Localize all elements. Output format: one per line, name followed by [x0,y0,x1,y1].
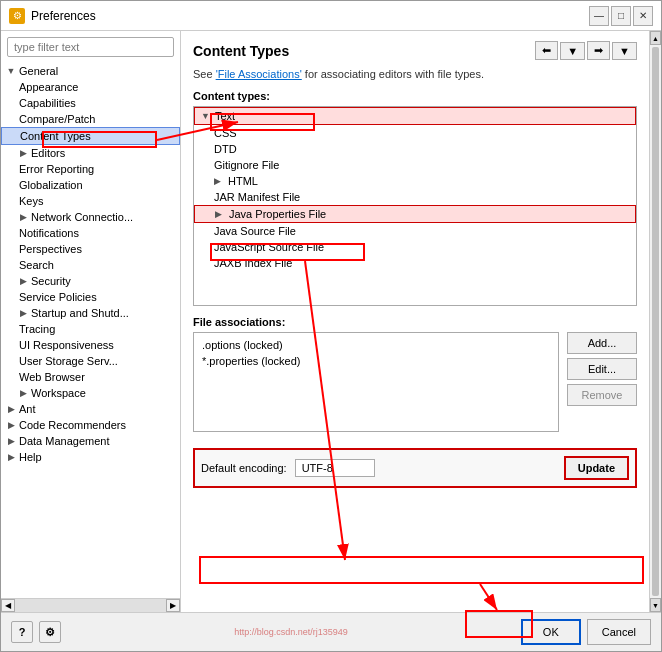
sidebar-label-error-reporting: Error Reporting [17,163,94,175]
encoding-input[interactable] [295,459,375,477]
encoding-row: Default encoding: Update [193,448,637,488]
settings-help-button[interactable]: ⚙ [39,621,61,643]
ct-item-java-properties[interactable]: ▶ Java Properties File [194,205,636,223]
file-assoc-section: File associations: .options (locked) *.p… [193,316,637,432]
sidebar-label-content-types: Content Types [18,130,91,142]
sidebar-label-security: Security [29,275,71,287]
sidebar-label-perspectives: Perspectives [17,243,82,255]
file-assoc-label: File associations: [193,316,637,328]
sidebar: ▼ General Appearance Capabilities Compar… [1,31,181,612]
title-bar: ⚙ Preferences — □ ✕ [1,1,661,31]
ct-expand-java-properties: ▶ [215,209,229,219]
sidebar-item-content-types[interactable]: Content Types [1,127,180,145]
assoc-buttons: Add... Edit... Remove [567,332,637,432]
sidebar-item-startup[interactable]: ▶ Startup and Shutd... [1,305,180,321]
ct-label-text: Text [215,110,235,122]
sidebar-item-appearance[interactable]: Appearance [1,79,180,95]
help-button[interactable]: ? [11,621,33,643]
sidebar-item-perspectives[interactable]: Perspectives [1,241,180,257]
cancel-button[interactable]: Cancel [587,619,651,645]
sidebar-item-web-browser[interactable]: Web Browser [1,369,180,385]
sidebar-scroll-left[interactable]: ◀ [1,599,15,612]
bottom-right-buttons: OK Cancel [521,619,651,645]
scroll-down-button[interactable]: ▼ [650,598,661,612]
sidebar-item-help[interactable]: ▶ Help [1,449,180,465]
expand-arrow-code-recommenders: ▶ [5,419,17,431]
file-associations-link[interactable]: 'File Associations' [216,68,302,80]
update-button[interactable]: Update [564,456,629,480]
scroll-up-button[interactable]: ▲ [650,31,661,45]
sidebar-item-general[interactable]: ▼ General [1,63,180,79]
ct-item-jar-manifest[interactable]: JAR Manifest File [194,189,636,205]
expand-arrow-workspace: ▶ [17,387,29,399]
ct-item-html[interactable]: ▶ HTML [194,173,636,189]
sidebar-item-search[interactable]: Search [1,257,180,273]
content-types-label: Content types: [193,90,637,102]
add-button[interactable]: Add... [567,332,637,354]
expand-arrow-general: ▼ [5,65,17,77]
sidebar-label-compare-patch: Compare/Patch [17,113,95,125]
sidebar-label-editors: Editors [29,147,65,159]
content-area: ▼ General Appearance Capabilities Compar… [1,31,661,612]
ct-label-java-properties: Java Properties File [229,208,326,220]
sidebar-item-ant[interactable]: ▶ Ant [1,401,180,417]
ct-item-javascript-source[interactable]: JavaScript Source File [194,239,636,255]
file-assoc-item-properties[interactable]: *.properties (locked) [198,353,554,369]
ct-item-css[interactable]: CSS [194,125,636,141]
description-line: See 'File Associations' for associating … [193,68,637,80]
sidebar-item-capabilities[interactable]: Capabilities [1,95,180,111]
maximize-button[interactable]: □ [611,6,631,26]
main-panel: Content Types ⬅ ▼ ➡ ▼ See 'File Associat… [181,31,649,612]
sidebar-label-general: General [17,65,58,77]
sidebar-item-editors[interactable]: ▶ Editors [1,145,180,161]
ct-item-java-source[interactable]: Java Source File [194,223,636,239]
minimize-button[interactable]: — [589,6,609,26]
sidebar-item-keys[interactable]: Keys [1,193,180,209]
sidebar-label-tracing: Tracing [17,323,55,335]
sidebar-item-user-storage[interactable]: User Storage Serv... [1,353,180,369]
sidebar-item-tracing[interactable]: Tracing [1,321,180,337]
nav-back-button[interactable]: ⬅ [535,41,558,60]
sidebar-item-data-management[interactable]: ▶ Data Management [1,433,180,449]
app-icon: ⚙ [9,8,25,24]
ct-item-dtd[interactable]: DTD [194,141,636,157]
nav-buttons: ⬅ ▼ ➡ ▼ [535,41,637,60]
sidebar-label-ant: Ant [17,403,36,415]
ct-label-css: CSS [214,127,237,139]
ct-label-html: HTML [228,175,258,187]
nav-menu-button[interactable]: ▼ [612,42,637,60]
sidebar-item-globalization[interactable]: Globalization [1,177,180,193]
sidebar-label-help: Help [17,451,42,463]
sidebar-item-code-recommenders[interactable]: ▶ Code Recommenders [1,417,180,433]
scroll-thumb [652,47,659,596]
sidebar-item-error-reporting[interactable]: Error Reporting [1,161,180,177]
ct-item-text[interactable]: ▼ Text [194,107,636,125]
sidebar-item-ui-responsiveness[interactable]: UI Responsiveness [1,337,180,353]
edit-button[interactable]: Edit... [567,358,637,380]
sidebar-item-security[interactable]: ▶ Security [1,273,180,289]
sidebar-item-service-policies[interactable]: Service Policies [1,289,180,305]
search-input[interactable] [7,37,174,57]
sidebar-label-keys: Keys [17,195,43,207]
sidebar-item-compare-patch[interactable]: Compare/Patch [1,111,180,127]
sidebar-label-appearance: Appearance [17,81,78,93]
sidebar-scroll-right[interactable]: ▶ [166,599,180,612]
ct-label-dtd: DTD [214,143,237,155]
close-button[interactable]: ✕ [633,6,653,26]
sidebar-label-web-browser: Web Browser [17,371,85,383]
sidebar-item-notifications[interactable]: Notifications [1,225,180,241]
file-assoc-item-options[interactable]: .options (locked) [198,337,554,353]
ct-item-gitignore[interactable]: Gitignore File [194,157,636,173]
sidebar-item-network[interactable]: ▶ Network Connectio... [1,209,180,225]
expand-arrow-network: ▶ [17,211,29,223]
nav-forward-button[interactable]: ➡ [587,41,610,60]
nav-dropdown-button[interactable]: ▼ [560,42,585,60]
remove-button[interactable]: Remove [567,384,637,406]
sidebar-item-workspace[interactable]: ▶ Workspace [1,385,180,401]
sidebar-label-search: Search [17,259,54,271]
ct-label-jaxb-index: JAXB Index File [214,257,292,269]
ct-item-jaxb-index[interactable]: JAXB Index File [194,255,636,271]
ct-expand-text: ▼ [201,111,215,121]
sidebar-label-network: Network Connectio... [29,211,133,223]
ok-button[interactable]: OK [521,619,581,645]
